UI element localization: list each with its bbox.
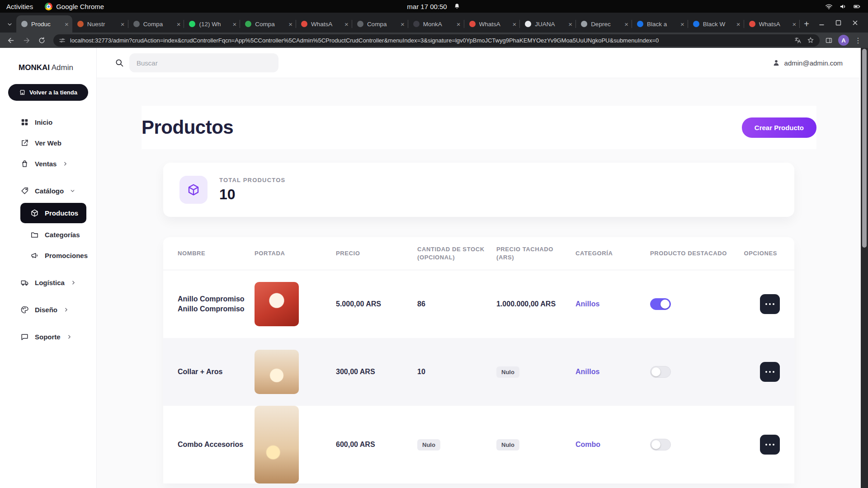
forward-button[interactable] (20, 34, 33, 47)
bookmark-star-icon[interactable] (807, 37, 814, 44)
tab-close-icon[interactable]: × (401, 21, 405, 28)
profile-avatar[interactable]: A (838, 35, 849, 46)
translate-icon[interactable] (794, 37, 802, 44)
tab-search-button[interactable] (3, 15, 16, 33)
ellipsis-icon (773, 371, 774, 373)
minimize-icon[interactable] (819, 20, 825, 26)
browser-tab[interactable]: Produc× (16, 15, 72, 33)
category-link[interactable]: Combo (576, 441, 600, 448)
tab-close-icon[interactable]: × (177, 21, 181, 28)
tab-close-icon[interactable]: × (288, 21, 292, 28)
tab-label: WhatsA (311, 21, 341, 28)
page-title-band: Productos Crear Producto (142, 106, 816, 149)
null-badge: Nulo (417, 439, 440, 450)
browser-tab[interactable]: JUANA× (520, 15, 576, 33)
window-controls (813, 13, 864, 33)
category-link[interactable]: Anillos (576, 368, 599, 375)
browser-tab[interactable]: WhatsA× (464, 15, 520, 33)
browser-tab[interactable]: Deprec× (576, 15, 632, 33)
tab-close-icon[interactable]: × (457, 21, 461, 28)
featured-toggle[interactable] (650, 298, 671, 310)
search-input[interactable] (129, 53, 278, 72)
back-to-store-button[interactable]: Volver a la tienda (8, 84, 88, 101)
featured-toggle[interactable] (650, 439, 671, 450)
column-header: PRECIO (336, 249, 417, 258)
featured-toggle[interactable] (650, 366, 671, 378)
site-settings-icon[interactable] (59, 37, 66, 44)
tab-close-icon[interactable]: × (121, 21, 125, 28)
category-link[interactable]: Anillos (576, 300, 599, 308)
column-header: CATEGORÍA (576, 249, 650, 258)
tab-close-icon[interactable]: × (624, 21, 628, 28)
tab-close-icon[interactable]: × (65, 21, 69, 28)
tab-label: WhatsA (759, 21, 789, 28)
close-icon[interactable] (852, 20, 858, 26)
sidebar-item-productos[interactable]: Productos (20, 203, 86, 223)
chrome-icon (45, 3, 52, 10)
sidebar-item-promociones[interactable]: Promociones (30, 246, 86, 265)
sidebar-item-catalogo[interactable]: Catálogo (20, 181, 86, 200)
tab-close-icon[interactable]: × (680, 21, 684, 28)
toolbar-actions: A ⋮ (825, 35, 863, 46)
browser-tab[interactable]: Compa× (128, 15, 184, 33)
options-button[interactable] (760, 362, 780, 382)
tab-label: Nuestr (87, 21, 117, 28)
tabs: Produc× Nuestr× Compa× (12) Wh× Compa× W… (16, 13, 813, 33)
tab-close-icon[interactable]: × (793, 21, 797, 28)
tab-close-icon[interactable]: × (568, 21, 572, 28)
browser-menu-icon[interactable]: ⋮ (854, 36, 862, 45)
create-product-button[interactable]: Crear Producto (742, 117, 816, 138)
logo-light: Admin (52, 63, 73, 72)
tab-favicon (77, 21, 84, 27)
back-button[interactable] (5, 34, 17, 47)
user-menu[interactable]: admin@admin.com (772, 59, 843, 67)
sidebar-item-soporte[interactable]: Soporte (20, 327, 86, 346)
ellipsis-icon (765, 444, 767, 446)
browser-tab[interactable]: WhatsA× (296, 15, 352, 33)
clock-menu[interactable]: mar 17 00:50 (407, 3, 461, 10)
browser-tab[interactable]: WhatsA× (744, 15, 800, 33)
new-tab-button[interactable]: + (800, 15, 813, 33)
current-app-menu[interactable]: Google Chrome (45, 3, 104, 10)
browser-tab[interactable]: Compa× (352, 15, 408, 33)
browser-tab[interactable]: Black a× (632, 15, 688, 33)
grid-icon (20, 118, 29, 127)
browser-tab[interactable]: (12) Wh× (184, 15, 240, 33)
options-button[interactable] (760, 435, 780, 455)
content-column: admin@admin.com Productos Crear Producto… (97, 48, 861, 488)
back-arrow-icon (7, 37, 15, 44)
browser-tab[interactable]: Nuestr× (72, 15, 128, 33)
reload-button[interactable] (35, 34, 48, 47)
address-bar[interactable]: localhost:32773/admin?crudAction=index&c… (53, 34, 820, 47)
tab-close-icon[interactable]: × (736, 21, 741, 28)
truck-icon (20, 278, 29, 287)
options-button[interactable] (760, 294, 780, 314)
maximize-icon[interactable] (835, 20, 841, 26)
chevron-down-icon (7, 21, 13, 27)
volume-icon (839, 3, 847, 10)
sidebar-item-inicio[interactable]: Inicio (20, 113, 86, 131)
activities-button[interactable]: Activities (6, 3, 33, 10)
products-table: NOMBRE PORTADA PRECIO CANTIDAD DE STOCK … (163, 237, 794, 483)
sidebar-item-ventas[interactable]: Ventas (20, 154, 86, 173)
storefront-icon (19, 89, 26, 96)
tab-close-icon[interactable]: × (232, 21, 236, 28)
sidebar-item-ver-web[interactable]: Ver Web (20, 133, 86, 152)
sidebar-item-logistica[interactable]: Logística (20, 273, 86, 292)
scrollbar-thumb[interactable] (862, 49, 867, 248)
browser-tab[interactable]: Compa× (240, 15, 296, 33)
sidebar-item-categorias[interactable]: Categorías (30, 225, 86, 244)
tab-close-icon[interactable]: × (513, 21, 517, 28)
forward-arrow-icon (23, 37, 30, 44)
system-tray[interactable] (825, 3, 868, 10)
table-row: Combo Accesorios 600,00 ARS Nulo Nulo Co… (163, 406, 794, 483)
user-email: admin@admin.com (784, 59, 843, 67)
side-panel-icon[interactable] (825, 37, 833, 44)
product-strike-price: 1.000.000,00 ARS (496, 300, 576, 308)
browser-tab[interactable]: MonkA× (408, 15, 464, 33)
tab-close-icon[interactable]: × (344, 21, 349, 28)
browser-tab[interactable]: Black W× (688, 15, 744, 33)
tab-favicon (413, 21, 420, 27)
sidebar-item-diseno[interactable]: Diseño (20, 300, 86, 319)
product-name: Combo Accesorios (178, 440, 255, 450)
